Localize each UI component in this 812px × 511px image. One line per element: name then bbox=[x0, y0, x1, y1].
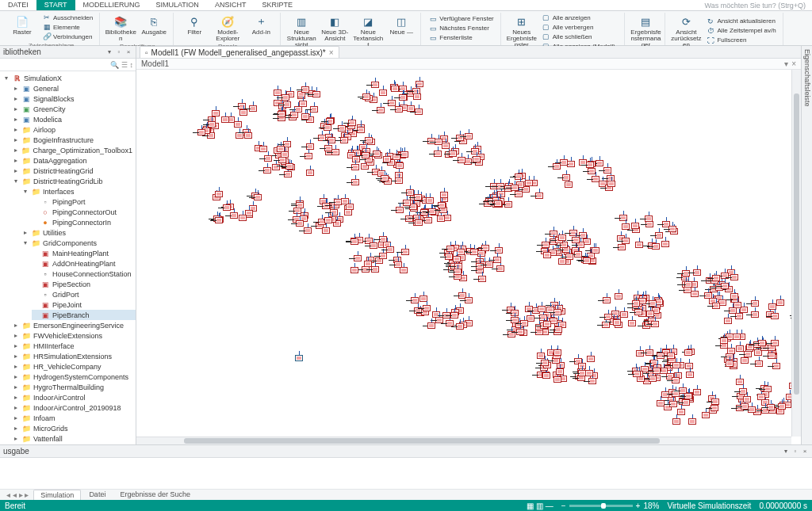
grid-component-block[interactable] bbox=[427, 322, 435, 329]
grid-component-block[interactable] bbox=[396, 162, 404, 169]
tree-twisty-icon[interactable]: ▸ bbox=[13, 85, 19, 92]
tree-twisty-icon[interactable]: ▸ bbox=[13, 373, 19, 380]
tree-twisty-icon[interactable]: ▸ bbox=[13, 353, 19, 360]
grid-component-block[interactable] bbox=[776, 299, 784, 306]
grid-component-block[interactable] bbox=[615, 293, 622, 299]
grid-component-block[interactable] bbox=[322, 227, 330, 234]
panel-opts-icon[interactable]: ▫ bbox=[791, 448, 799, 456]
tree-twisty-icon[interactable]: ▸ bbox=[13, 414, 19, 421]
grid-component-block[interactable] bbox=[661, 241, 669, 247]
menu-tab-ansicht[interactable]: ANSICHT bbox=[207, 0, 255, 10]
tree-twisty-icon[interactable]: ▸ bbox=[22, 229, 29, 236]
close-icon[interactable]: × bbox=[329, 48, 334, 57]
grid-component-block[interactable] bbox=[442, 143, 450, 149]
grid-component-block[interactable] bbox=[677, 409, 685, 415]
tree-node[interactable]: ▾GridComponents bbox=[22, 238, 136, 248]
tree-node[interactable]: ▸Airloop bbox=[13, 124, 136, 135]
panel-pin-icon[interactable]: ▾ bbox=[782, 448, 790, 456]
grid-component-block[interactable] bbox=[212, 110, 220, 116]
library-tree[interactable]: ▾SimulationX▸General▸SignalBlocks▸GreenC… bbox=[0, 71, 136, 444]
grid-component-block[interactable] bbox=[239, 109, 247, 116]
ribbon-verbindungen[interactable]: 🔗Verbindungen bbox=[40, 32, 96, 41]
grid-component-block[interactable] bbox=[391, 86, 399, 92]
tree-twisty-icon[interactable]: ▸ bbox=[13, 332, 19, 339]
ribbon-alle-verbergen[interactable]: ▢Alle verbergen bbox=[539, 22, 622, 32]
grid-component-block[interactable] bbox=[346, 204, 354, 210]
grid-component-block[interactable] bbox=[426, 197, 434, 204]
grid-component-block[interactable] bbox=[724, 318, 732, 324]
grid-component-block[interactable] bbox=[733, 302, 741, 308]
ribbon-neue-textansicht[interactable]: ◪Neue Textansicht bbox=[352, 13, 384, 48]
tree-twisty-icon[interactable]: ▸ bbox=[13, 363, 19, 370]
panel-pin-icon[interactable]: ▾ bbox=[105, 48, 113, 56]
ribbon-alle-schlie-en[interactable]: ▢Alle schließen bbox=[539, 32, 622, 41]
tree-twisty-icon[interactable]: ▾ bbox=[3, 74, 10, 82]
tree-twisty-icon[interactable]: ▸ bbox=[13, 147, 19, 154]
grid-component-block[interactable] bbox=[622, 223, 630, 230]
output-tab-datei[interactable]: Datei bbox=[82, 490, 112, 500]
grid-component-block[interactable] bbox=[556, 368, 564, 375]
grid-component-block[interactable] bbox=[587, 356, 595, 362]
tree-node[interactable]: ▸IndoorAirControl_20190918 bbox=[13, 402, 136, 413]
scrollbar-vertical[interactable] bbox=[791, 70, 801, 437]
tree-node[interactable]: PipingConnectorOut bbox=[32, 207, 136, 217]
grid-component-block[interactable] bbox=[239, 215, 247, 221]
grid-component-block[interactable] bbox=[525, 180, 533, 186]
tree-twisty-icon[interactable]: ▸ bbox=[13, 116, 19, 123]
grid-component-block[interactable] bbox=[221, 116, 229, 123]
grid-component-block[interactable] bbox=[301, 113, 309, 120]
tree-node[interactable]: ▸HRSimulationExtensions bbox=[13, 351, 136, 361]
tree-node[interactable]: ▸Charge_Optimization_Toolbox1 bbox=[13, 145, 136, 155]
grid-component-block[interactable] bbox=[553, 376, 561, 383]
grid-component-block[interactable] bbox=[565, 181, 573, 188]
tree-node[interactable]: ▸Vattenfall bbox=[13, 433, 136, 444]
grid-component-block[interactable] bbox=[543, 321, 551, 327]
filter-icon[interactable]: ☰ bbox=[121, 61, 128, 69]
ribbon-ausschneiden[interactable]: ✂Ausschneiden bbox=[40, 13, 96, 22]
ribbon-fensterliste[interactable]: ▭Fensterliste bbox=[426, 33, 496, 43]
grid-component-block[interactable] bbox=[741, 357, 749, 364]
ribbon-verf-gbare-fenster[interactable]: ▭Verfügbare Fenster bbox=[426, 14, 496, 24]
ribbon-ausgabe[interactable]: ⎘Ausgabe bbox=[138, 13, 170, 42]
tree-node[interactable]: PipingPort bbox=[32, 196, 136, 207]
ribbon-add-in[interactable]: ＋Add-in bbox=[245, 13, 277, 42]
ribbon-n-chstes-fenster[interactable]: ▭Nächstes Fenster bbox=[426, 24, 496, 33]
tree-node[interactable]: ▸Modelica bbox=[13, 114, 136, 124]
tree-twisty-icon[interactable]: ▸ bbox=[13, 322, 19, 329]
grid-component-block[interactable] bbox=[324, 217, 332, 223]
grid-component-block[interactable] bbox=[234, 121, 242, 128]
tree-node[interactable]: ▸WeatherData bbox=[13, 444, 136, 444]
tree-node[interactable]: ▸GreenCity bbox=[13, 104, 136, 114]
properties-panel-collapsed[interactable]: Eigenschaftsleiste bbox=[801, 46, 812, 444]
grid-component-block[interactable] bbox=[543, 252, 551, 258]
grid-component-block[interactable] bbox=[672, 418, 680, 425]
grid-component-block[interactable] bbox=[691, 291, 699, 297]
help-search[interactable]: Was möchten Sie tun? (Strg+Q) bbox=[705, 2, 812, 10]
ribbon-bibliotheken[interactable]: 📚Bibliotheken bbox=[105, 13, 136, 42]
grid-component-block[interactable] bbox=[437, 215, 445, 222]
tree-node[interactable]: PipeJoint bbox=[32, 299, 136, 310]
grid-source-block[interactable] bbox=[295, 355, 303, 361]
tree-node[interactable]: ▸BogieInfrastructure bbox=[13, 135, 136, 145]
grid-component-block[interactable] bbox=[274, 90, 282, 96]
tree-node[interactable]: ▸General bbox=[13, 83, 136, 93]
tree-node[interactable]: HouseConnectionStation bbox=[32, 269, 136, 279]
grid-component-block[interactable] bbox=[592, 247, 599, 254]
grid-component-block[interactable] bbox=[743, 396, 751, 402]
output-tab-simulation[interactable]: Simulation bbox=[33, 490, 81, 500]
ribbon-fullscreen[interactable]: ⛶Fullscreen bbox=[703, 36, 779, 45]
grid-component-block[interactable] bbox=[457, 249, 465, 255]
tree-node[interactable]: ▸DistrictHeatingGrid bbox=[13, 166, 136, 176]
ribbon-modell-explorer[interactable]: 🧭Modell-Explorer bbox=[212, 13, 243, 42]
grid-component-block[interactable] bbox=[473, 156, 481, 162]
grid-component-block[interactable] bbox=[733, 334, 741, 340]
ribbon-alle-zeitstempel-av-h[interactable]: ⏱Alle Zeitstempel av/h bbox=[703, 26, 779, 36]
tree-node[interactable]: PipeSection bbox=[32, 279, 136, 289]
view-mode-icon[interactable]: ▦ ▥ — bbox=[527, 501, 553, 510]
tree-node[interactable]: ▸IndoorAirControl bbox=[13, 392, 136, 402]
library-search-input[interactable] bbox=[2, 61, 108, 69]
search-icon[interactable]: 🔍 bbox=[110, 61, 119, 69]
ribbon-raster[interactable]: 📄Raster bbox=[6, 13, 38, 41]
document-tab[interactable]: ▫ Modell1 (FW Modell_generalised_angepas… bbox=[140, 46, 339, 58]
tree-node[interactable]: ▸HMIInterface bbox=[13, 341, 136, 351]
